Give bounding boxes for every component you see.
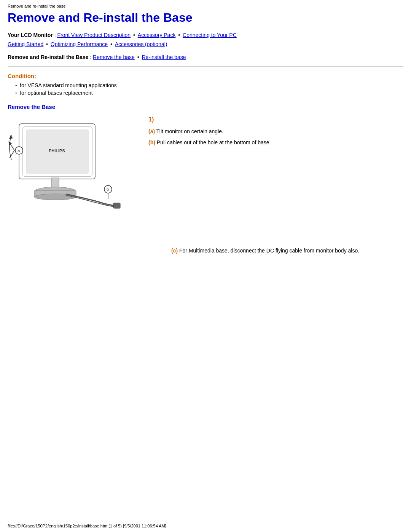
nav-link-optimizing[interactable]: Optimizing Performance [51, 41, 108, 47]
nav-link-reinstall-base[interactable]: Re-install the base [142, 54, 186, 60]
svg-text:a: a [18, 148, 20, 153]
step-a: (a) Tilt monitor on certain angle. [148, 128, 403, 136]
nav-label: Your LCD Monitor [8, 32, 53, 38]
divider [8, 66, 403, 67]
monitor-image-container: PHILIPS a b [8, 116, 126, 216]
instruction-area: PHILIPS a b [8, 116, 403, 216]
condition-item-2: for optional bases replacement [15, 90, 403, 96]
nav-separator-4: • [110, 41, 114, 47]
step-content: 1) (a) Tilt monitor on certain angle. (b… [148, 116, 403, 150]
step-c-area: (c) For Multimedia base, disconnect the … [8, 247, 403, 255]
nav-separator-3: • [46, 41, 49, 47]
condition-title: Condition: [8, 73, 403, 79]
nav-link-accessory[interactable]: Accessory Pack [138, 32, 176, 38]
svg-rect-12 [113, 203, 120, 208]
section-separator: • [137, 54, 141, 60]
page-title: Remove and Re-install the Base [8, 11, 403, 25]
remove-base-title: Remove the Base [8, 104, 403, 110]
svg-line-6 [10, 143, 14, 150]
step-b: (b) Pull cables out of the hole at the b… [148, 139, 403, 147]
svg-text:b: b [107, 187, 109, 192]
section-nav-label: Remove and Re-install the Base [8, 54, 88, 60]
nav-separator-1: • [133, 32, 137, 38]
nav-link-getting-started[interactable]: Getting Started [8, 41, 43, 47]
nav-link-front-view[interactable]: Front View Product Description [57, 32, 131, 38]
svg-marker-16 [9, 135, 13, 139]
nav-link-connecting[interactable]: Connecting to Your PC [183, 32, 237, 38]
step-number: 1) [148, 116, 403, 123]
browser-title: Remove and re-install the base [8, 4, 403, 8]
step-c-text: For Multimedia base, disconnect the DC f… [179, 248, 359, 254]
condition-item-2-text: for optional bases replacement [20, 90, 92, 96]
footer: file:///D|/Grace/150P2/english/150p2e/in… [8, 524, 166, 528]
step-a-text: Tilt monitor on certain angle. [156, 128, 223, 134]
monitor-illustration: PHILIPS a b [8, 116, 122, 215]
nav-section: Your LCD Monitor : Front View Product De… [8, 31, 403, 49]
step-c-label: (c) [171, 248, 178, 254]
condition-item-1: for VESA standard mounting applications [15, 82, 403, 88]
step-b-text: Pull cables out of the hole at the botto… [157, 139, 271, 145]
nav-separator-2: • [178, 32, 182, 38]
condition-list: for VESA standard mounting applications … [15, 82, 403, 96]
nav-link-remove-base[interactable]: Remove the base [93, 54, 135, 60]
step-c: (c) For Multimedia base, disconnect the … [171, 247, 403, 255]
section-nav: Remove and Re-install the Base : Remove … [8, 53, 403, 62]
section-nav-colon: : [90, 54, 93, 60]
step-b-label: (b) [148, 139, 155, 145]
step-a-label: (a) [148, 128, 155, 134]
nav-link-accessories[interactable]: Accessories (optional) [115, 41, 167, 47]
condition-item-1-text: for VESA standard mounting applications [20, 82, 117, 88]
svg-text:PHILIPS: PHILIPS [49, 149, 65, 153]
